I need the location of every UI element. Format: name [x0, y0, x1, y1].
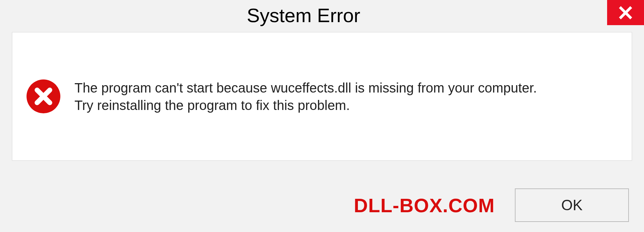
- watermark-text: DLL-BOX.COM: [354, 194, 495, 217]
- content-panel: The program can't start because wuceffec…: [12, 32, 632, 161]
- ok-button[interactable]: OK: [515, 188, 629, 222]
- dialog-title: System Error: [0, 0, 607, 26]
- error-message: The program can't start because wuceffec…: [74, 79, 544, 114]
- titlebar: System Error: [0, 0, 644, 32]
- close-button[interactable]: [607, 0, 644, 25]
- error-icon: [26, 79, 61, 114]
- footer: DLL-BOX.COM OK: [12, 188, 632, 225]
- ok-button-label: OK: [561, 197, 583, 214]
- close-icon: [618, 5, 633, 20]
